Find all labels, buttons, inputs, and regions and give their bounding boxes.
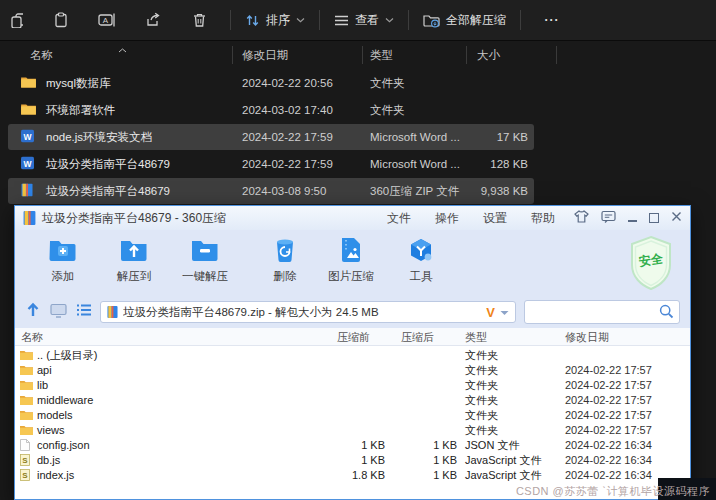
share-icon[interactable] (130, 5, 176, 35)
entry-name: models (37, 409, 72, 421)
one-key-folder-icon (191, 237, 219, 263)
column-header-after[interactable]: 压缩后 (401, 330, 434, 345)
entry-date: 2024-02-22 17:57 (565, 424, 652, 436)
zip-toolbar: 添加 解压到 一键解压 删除 图片压缩 工具 安全 (15, 230, 690, 296)
tools-label: 工具 (391, 269, 451, 284)
list-item[interactable]: api 文件夹 2024-02-22 17:57 (15, 362, 690, 377)
file-name: 垃圾分类指南平台48679 (46, 184, 170, 199)
entry-date: 2024-02-22 16:34 (565, 439, 652, 451)
file-size: 9,938 KB (436, 185, 528, 197)
extract-all-button[interactable]: 全部解压缩 (417, 5, 512, 35)
file-type: 文件夹 (370, 103, 405, 118)
entry-date: 2024-02-22 17:57 (565, 364, 652, 376)
file-date: 2024-02-22 17:59 (242, 158, 333, 170)
file-date: 2024-02-22 17:59 (242, 131, 333, 143)
add-folder-icon (49, 237, 77, 263)
folder-icon (20, 394, 33, 405)
column-header-type[interactable]: 类型 (465, 330, 487, 345)
list-view-icon[interactable] (76, 303, 92, 321)
folder-icon (20, 364, 33, 375)
entry-name: lib (37, 379, 48, 391)
more-options-button[interactable]: ··· (529, 5, 575, 35)
menu-action[interactable]: 操作 (435, 210, 459, 227)
column-header-before[interactable]: 压缩前 (337, 330, 370, 345)
file-type: 文件夹 (370, 76, 405, 91)
extract-all-label: 全部解压缩 (446, 12, 506, 29)
column-divider[interactable] (232, 46, 233, 64)
entry-date: 2024-02-22 16:34 (565, 469, 652, 481)
list-item[interactable]: S db.js 1 KB 1 KB JavaScript 文件 2024-02-… (15, 452, 690, 467)
skin-icon[interactable] (574, 210, 589, 226)
size-after: 1 KB (389, 439, 457, 451)
js-file-icon: S (20, 454, 30, 466)
feedback-icon[interactable] (601, 210, 616, 226)
size-after: 1 KB (389, 469, 457, 481)
entry-name: views (37, 424, 65, 436)
delete-icon[interactable] (176, 5, 222, 35)
paste-icon[interactable] (38, 5, 84, 35)
chevron-down-icon[interactable] (500, 306, 509, 318)
entry-date: 2024-02-22 17:57 (565, 379, 652, 391)
up-level-icon[interactable] (25, 302, 41, 322)
column-header-name[interactable]: 名称 (21, 330, 43, 345)
view-mode-icon[interactable] (50, 303, 67, 322)
zip-file-list: .. (上级目录) 文件夹 api 文件夹 2024-02-22 17:57 l… (15, 346, 690, 499)
table-row[interactable]: W node.js环境安装文档 2024-02-22 17:59 Microso… (8, 124, 534, 150)
column-header-date[interactable]: 修改日期 (242, 48, 288, 63)
delete-label: 删除 (255, 269, 315, 284)
table-row[interactable]: mysql数据库 2024-02-22 20:56 文件夹 (8, 70, 534, 96)
delete-button[interactable]: 删除 (255, 237, 315, 284)
list-item[interactable]: models 文件夹 2024-02-22 17:57 (15, 407, 690, 422)
column-divider[interactable] (556, 46, 557, 64)
table-row[interactable]: 环境部署软件 2024-03-02 17:40 文件夹 (8, 97, 534, 123)
column-divider[interactable] (362, 46, 363, 64)
toolbar-divider (230, 10, 231, 30)
entry-type: 文件夹 (465, 377, 498, 392)
entry-name: middleware (37, 394, 93, 406)
column-header-type[interactable]: 类型 (370, 48, 393, 63)
copy-icon[interactable] (0, 5, 38, 35)
column-header-size[interactable]: 大小 (477, 48, 500, 63)
js-file-icon: S (20, 469, 30, 481)
minimize-icon[interactable] (628, 220, 637, 222)
address-input[interactable]: 垃圾分类指南平台48679.zip - 解包大小为 24.5 MB V (100, 301, 516, 323)
sort-arrows-icon (245, 13, 260, 28)
view-button[interactable]: 查看 (328, 5, 400, 35)
column-header-name[interactable]: 名称 (30, 48, 53, 63)
maximize-icon[interactable] (649, 213, 659, 223)
one-key-extract-button[interactable]: 一键解压 (175, 237, 235, 284)
toolbar-divider (408, 10, 409, 30)
image-compress-label: 图片压缩 (321, 269, 381, 284)
list-item[interactable]: config.json 1 KB 1 KB JSON 文件 2024-02-22… (15, 437, 690, 452)
sort-button[interactable]: 排序 (239, 5, 311, 35)
window-title-bar[interactable]: 垃圾分类指南平台48679 - 360压缩 文件 操作 设置 帮助 (15, 206, 690, 230)
zip-file-icon (23, 211, 36, 225)
image-compress-button[interactable]: 图片压缩 (321, 237, 381, 284)
list-item[interactable]: views 文件夹 2024-02-22 17:57 (15, 422, 690, 437)
column-header-date[interactable]: 修改日期 (565, 330, 609, 345)
menu-settings[interactable]: 设置 (483, 210, 507, 227)
list-item[interactable]: lib 文件夹 2024-02-22 17:57 (15, 377, 690, 392)
table-row[interactable]: W 垃圾分类指南平台48679 2024-02-22 17:59 Microso… (8, 151, 534, 177)
size-before: 1 KB (315, 454, 385, 466)
extract-to-button[interactable]: 解压到 (104, 237, 164, 284)
table-row[interactable]: 垃圾分类指南平台48679 2024-03-08 9:50 360压缩 ZIP … (8, 178, 534, 204)
entry-name: db.js (37, 454, 60, 466)
list-item[interactable]: middleware 文件夹 2024-02-22 17:57 (15, 392, 690, 407)
entry-name: api (37, 364, 52, 376)
add-button[interactable]: 添加 (33, 237, 93, 284)
close-icon[interactable] (671, 211, 682, 225)
entry-type: 文件夹 (465, 347, 498, 362)
window-controls (574, 206, 682, 230)
list-item[interactable]: S index.js 1.8 KB 1 KB JavaScript 文件 202… (15, 467, 690, 482)
column-divider[interactable] (466, 46, 467, 64)
tools-button[interactable]: 工具 (391, 237, 451, 284)
menu-file[interactable]: 文件 (387, 210, 411, 227)
address-bar-row: 垃圾分类指南平台48679.zip - 解包大小为 24.5 MB V (15, 296, 690, 328)
list-item[interactable]: .. (上级目录) 文件夹 (15, 347, 690, 362)
rename-icon[interactable]: A (84, 5, 130, 35)
menu-help[interactable]: 帮助 (531, 210, 555, 227)
image-file-icon (340, 237, 362, 263)
search-input[interactable] (524, 300, 680, 324)
file-name: 环境部署软件 (46, 103, 115, 118)
